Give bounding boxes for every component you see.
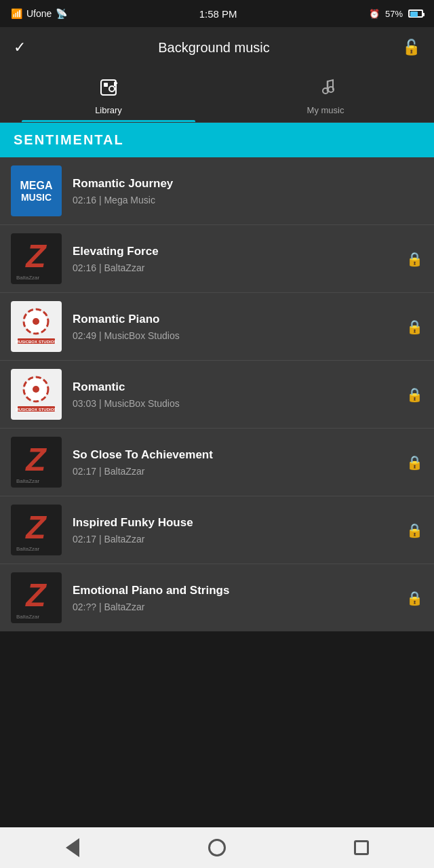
my-music-tab-icon bbox=[315, 77, 336, 102]
track-title: Romantic Piano bbox=[73, 313, 398, 326]
music-label: MUSIC bbox=[21, 192, 52, 203]
battery-percent: 57% bbox=[385, 9, 403, 19]
my-music-tab-label: My music bbox=[307, 105, 344, 115]
track-thumbnail: MUSICBOX STUDIOS bbox=[11, 301, 62, 352]
battery-icon bbox=[408, 9, 423, 18]
mega-label: MEGA bbox=[20, 179, 53, 192]
svg-text:BaltaZzar: BaltaZzar bbox=[16, 275, 40, 281]
status-right: ⏰ 57% bbox=[369, 9, 423, 19]
track-thumbnail: Z BaltaZzar bbox=[11, 233, 62, 284]
home-icon bbox=[208, 839, 226, 856]
svg-text:Z: Z bbox=[24, 238, 47, 274]
track-info: Romantic 03:03 | MusicBox Studios bbox=[73, 380, 398, 409]
battery-fill bbox=[410, 12, 418, 17]
svg-point-13 bbox=[33, 318, 39, 325]
header-title: Background music bbox=[158, 40, 270, 56]
app-header: ✓ Background music 🔓 bbox=[0, 27, 434, 68]
alarm-icon: ⏰ bbox=[369, 9, 380, 19]
track-item[interactable]: MUSICBOX STUDIOS Romantic 03:03 | MusicB… bbox=[0, 361, 434, 429]
track-thumbnail: MEGA MUSIC bbox=[11, 165, 62, 216]
section-label: SENTIMENTAL bbox=[14, 132, 124, 147]
lock-icon: 🔒 bbox=[406, 454, 423, 471]
back-button[interactable] bbox=[56, 831, 90, 865]
track-meta: 02:49 | MusicBox Studios bbox=[73, 330, 398, 341]
track-item[interactable]: MUSICBOX STUDIOS Romantic Piano 02:49 | … bbox=[0, 293, 434, 361]
track-info: Romantic Piano 02:49 | MusicBox Studios bbox=[73, 313, 398, 341]
track-item[interactable]: Z BaltaZzar Inspired Funky House 02:17 |… bbox=[0, 496, 434, 564]
library-tab-label: Library bbox=[95, 105, 122, 115]
track-title: Romantic Journey bbox=[73, 177, 423, 191]
signal-icon: 📶 bbox=[11, 8, 22, 19]
lock-icon: 🔒 bbox=[406, 387, 423, 403]
track-title: Inspired Funky House bbox=[73, 516, 398, 530]
track-title: Elevating Force bbox=[73, 245, 398, 258]
baltazzar-thumb: Z BaltaZzar bbox=[11, 233, 62, 284]
svg-text:Z: Z bbox=[24, 577, 47, 613]
check-button[interactable]: ✓ bbox=[14, 39, 26, 56]
tab-my-music[interactable]: My music bbox=[217, 68, 434, 122]
status-left: 📶 Ufone 📡 bbox=[11, 8, 67, 19]
baltazzar-thumb: Z BaltaZzar bbox=[11, 505, 62, 555]
track-info: Romantic Journey 02:16 | Mega Music bbox=[73, 177, 423, 205]
home-button[interactable] bbox=[200, 831, 234, 865]
track-thumbnail: MUSICBOX STUDIOS bbox=[11, 369, 62, 420]
svg-text:BaltaZzar: BaltaZzar bbox=[16, 614, 40, 620]
track-info: Elevating Force 02:16 | BaltaZzar bbox=[73, 245, 398, 273]
track-meta: 02:16 | Mega Music bbox=[73, 195, 423, 205]
lock-icon[interactable]: 🔓 bbox=[402, 39, 420, 56]
track-list: MEGA MUSIC Romantic Journey 02:16 | Mega… bbox=[0, 157, 434, 631]
lock-icon: 🔒 bbox=[406, 590, 423, 606]
svg-text:MUSICBOX STUDIOS: MUSICBOX STUDIOS bbox=[16, 340, 57, 344]
track-meta: 02:?? | BaltaZzar bbox=[73, 601, 398, 612]
wifi-icon: 📡 bbox=[56, 8, 67, 19]
svg-text:BaltaZzar: BaltaZzar bbox=[16, 546, 40, 552]
track-info: Emotional Piano and Strings 02:?? | Balt… bbox=[73, 584, 398, 612]
svg-text:Z: Z bbox=[24, 441, 47, 477]
track-meta: 02:17 | BaltaZzar bbox=[73, 466, 398, 477]
tab-library[interactable]: Library bbox=[0, 68, 217, 122]
track-thumbnail: Z BaltaZzar bbox=[11, 437, 62, 488]
carrier-label: Ufone bbox=[26, 8, 52, 19]
track-info: Inspired Funky House 02:17 | BaltaZzar bbox=[73, 516, 398, 545]
track-item[interactable]: Z BaltaZzar So Close To Achievement 02:1… bbox=[0, 429, 434, 496]
lock-icon: 🔒 bbox=[406, 251, 423, 267]
library-tab-icon bbox=[98, 77, 119, 102]
svg-text:BaltaZzar: BaltaZzar bbox=[16, 478, 40, 484]
track-item[interactable]: Z BaltaZzar Elevating Force 02:16 | Balt… bbox=[0, 225, 434, 293]
svg-point-2 bbox=[109, 86, 115, 92]
svg-text:Z: Z bbox=[24, 509, 47, 545]
musicbox-thumb: MUSICBOX STUDIOS bbox=[11, 301, 62, 352]
track-thumbnail: Z BaltaZzar bbox=[11, 505, 62, 555]
svg-point-19 bbox=[33, 386, 39, 393]
baltazzar-thumb: Z BaltaZzar bbox=[11, 437, 62, 488]
back-icon bbox=[66, 838, 79, 857]
mega-music-thumb: MEGA MUSIC bbox=[11, 165, 62, 216]
tab-bar: Library My music bbox=[0, 68, 434, 123]
svg-text:MUSICBOX STUDIOS: MUSICBOX STUDIOS bbox=[16, 408, 57, 412]
track-thumbnail: Z BaltaZzar bbox=[11, 572, 62, 623]
section-header: SENTIMENTAL bbox=[0, 123, 434, 157]
track-item[interactable]: MEGA MUSIC Romantic Journey 02:16 | Mega… bbox=[0, 157, 434, 225]
nav-bar bbox=[0, 827, 434, 868]
track-info: So Close To Achievement 02:17 | BaltaZza… bbox=[73, 448, 398, 477]
svg-rect-1 bbox=[104, 83, 108, 87]
track-meta: 02:17 | BaltaZzar bbox=[73, 534, 398, 545]
recents-icon bbox=[354, 840, 369, 855]
recents-button[interactable] bbox=[344, 831, 378, 865]
track-title: Romantic bbox=[73, 380, 398, 394]
track-meta: 02:16 | BaltaZzar bbox=[73, 262, 398, 273]
baltazzar-thumb: Z BaltaZzar bbox=[11, 572, 62, 623]
lock-icon: 🔒 bbox=[406, 522, 423, 538]
track-title: So Close To Achievement bbox=[73, 448, 398, 462]
track-meta: 03:03 | MusicBox Studios bbox=[73, 398, 398, 409]
musicbox-thumb: MUSICBOX STUDIOS bbox=[11, 369, 62, 420]
status-time: 1:58 PM bbox=[199, 8, 237, 20]
lock-icon: 🔒 bbox=[406, 319, 423, 335]
content-area: SENTIMENTAL MEGA MUSIC Romantic Journey … bbox=[0, 123, 434, 672]
status-bar: 📶 Ufone 📡 1:58 PM ⏰ 57% bbox=[0, 0, 434, 27]
battery-bar bbox=[408, 9, 423, 18]
track-title: Emotional Piano and Strings bbox=[73, 584, 398, 597]
track-item[interactable]: Z BaltaZzar Emotional Piano and Strings … bbox=[0, 564, 434, 631]
